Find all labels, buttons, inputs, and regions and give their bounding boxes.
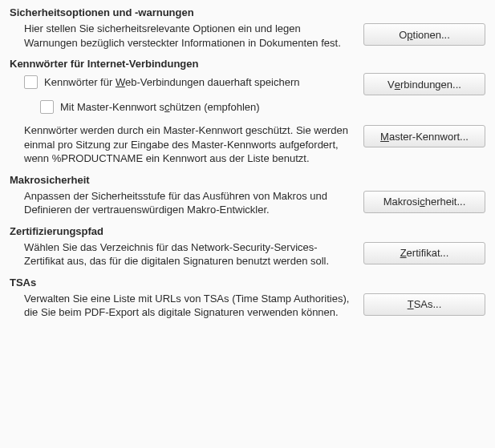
checkbox-master-password[interactable]: Mit Master-Kennwort schützen (empfohlen) [10, 100, 355, 114]
desc-security-options: Hier stellen Sie sicherheitsrelevante Op… [10, 22, 355, 50]
checkbox-save-web-passwords[interactable]: Kennwörter für Web-Verbindungen dauerhaf… [10, 73, 355, 91]
heading-cert-path: Zertifizierungspfad [10, 225, 485, 237]
certificate-button[interactable]: Zertifikat... [363, 242, 485, 264]
checkbox-label: Kennwörter für Web-Verbindungen dauerhaf… [44, 76, 299, 88]
checkbox-icon [40, 100, 54, 114]
checkbox-icon [24, 75, 38, 89]
tsas-button[interactable]: TSAs... [363, 293, 485, 316]
desc-master-password: Kennwörter werden durch ein Master-Kennw… [10, 123, 355, 166]
master-password-button[interactable]: Master-Kennwort... [363, 125, 485, 147]
heading-macro-security: Makrosicherheit [10, 174, 485, 186]
connections-button[interactable]: Verbindungen... [363, 73, 485, 95]
desc-tsas: Verwalten Sie eine Liste mit URLs von TS… [10, 292, 355, 320]
heading-passwords: Kennwörter für Internet-Verbindungen [10, 58, 485, 70]
section-macro-security: Makrosicherheit Anpassen der Sicherheits… [10, 174, 485, 217]
macro-security-button[interactable]: Makrosicherheit... [363, 191, 485, 213]
section-tsas: TSAs Verwalten Sie eine Liste mit URLs v… [10, 276, 485, 320]
checkbox-label: Mit Master-Kennwort schützen (empfohlen) [60, 101, 260, 113]
desc-macro-security: Anpassen der Sicherheitsstufe für das Au… [10, 189, 355, 217]
section-security-options: Sicherheitsoptionen und -warnungen Hier … [10, 6, 485, 50]
options-button[interactable]: Optionen... [363, 23, 485, 46]
desc-cert-path: Wählen Sie das Verzeichnis für das Netwo… [10, 240, 355, 268]
heading-tsas: TSAs [10, 276, 485, 289]
heading-security-options: Sicherheitsoptionen und -warnungen [10, 6, 485, 18]
section-passwords: Kennwörter für Internet-Verbindungen Ken… [10, 58, 485, 166]
section-cert-path: Zertifizierungspfad Wählen Sie das Verze… [10, 225, 485, 268]
